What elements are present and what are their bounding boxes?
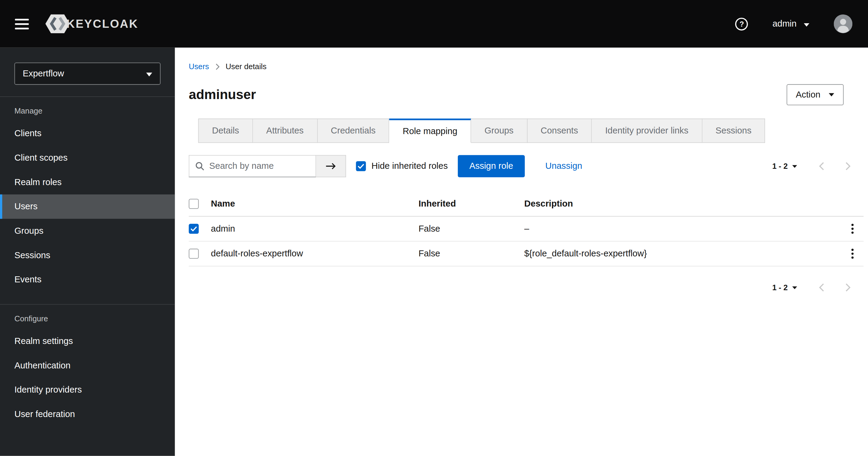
tab-sessions[interactable]: Sessions: [702, 119, 765, 143]
pagination-range-label: 1 - 2: [772, 162, 788, 171]
action-dropdown-button[interactable]: Action: [786, 84, 844, 105]
breadcrumb: Users User details: [175, 48, 868, 71]
page-title: adminuser: [189, 87, 256, 103]
main-content: Users User details adminuser Action Deta…: [175, 48, 868, 456]
search-group: [189, 155, 346, 177]
app-root: KEYCLOAK ? admin Expertflow: [0, 0, 868, 456]
tab-credentials[interactable]: Credentials: [317, 119, 389, 143]
caret-down-icon: [792, 165, 797, 168]
masthead: KEYCLOAK ? admin: [0, 0, 868, 48]
keycloak-logo: KEYCLOAK: [45, 14, 138, 34]
nav-section-configure: Configure Realm settings Authentication …: [0, 304, 175, 426]
hide-inherited-roles-checkbox[interactable]: [356, 161, 366, 171]
search-submit-button[interactable]: [316, 155, 346, 177]
role-inherited-cell: False: [418, 224, 524, 234]
tab-consents[interactable]: Consents: [527, 119, 592, 143]
sidebar-item-clients[interactable]: Clients: [0, 121, 175, 146]
pagination-range-toggle[interactable]: 1 - 2: [772, 283, 797, 292]
role-mapping-table: Name Inherited Description admin False –: [189, 192, 864, 267]
caret-down-icon: [804, 19, 809, 29]
avatar[interactable]: [834, 15, 852, 33]
breadcrumb-separator-icon: [215, 63, 220, 70]
sidebar-item-authentication[interactable]: Authentication: [0, 353, 175, 378]
help-icon[interactable]: ?: [736, 18, 748, 30]
pagination-bottom: 1 - 2: [772, 276, 861, 298]
search-input-wrap: [189, 155, 316, 177]
username-label: admin: [772, 19, 797, 29]
caret-down-icon: [829, 93, 834, 96]
sidebar-item-identity-providers[interactable]: Identity providers: [0, 378, 175, 402]
row-checkbox[interactable]: [189, 249, 198, 259]
table-row: default-roles-expertflow False ${role_de…: [189, 241, 864, 267]
caret-down-icon: [146, 68, 152, 79]
sidebar-item-realm-roles[interactable]: Realm roles: [0, 170, 175, 195]
tab-groups[interactable]: Groups: [471, 119, 527, 143]
role-description-cell: –: [524, 224, 841, 234]
sidebar: Expertflow Manage Clients Client scopes …: [0, 48, 175, 456]
prev-page-icon[interactable]: [808, 155, 835, 177]
sidebar-item-user-federation[interactable]: User federation: [0, 402, 175, 427]
sidebar-item-realm-settings[interactable]: Realm settings: [0, 329, 175, 353]
next-page-icon[interactable]: [835, 276, 861, 298]
role-name-cell: default-roles-expertflow: [211, 249, 418, 259]
row-checkbox[interactable]: [189, 224, 198, 234]
sidebar-item-client-scopes[interactable]: Client scopes: [0, 146, 175, 170]
nav-section-manage: Manage Clients Client scopes Realm roles…: [0, 97, 175, 292]
sidebar-item-sessions[interactable]: Sessions: [0, 243, 175, 267]
table-header-row: Name Inherited Description: [189, 192, 864, 217]
caret-down-icon: [792, 286, 797, 289]
column-header-description: Description: [524, 199, 841, 209]
tab-details[interactable]: Details: [198, 119, 253, 143]
pagination-range-toggle[interactable]: 1 - 2: [772, 162, 797, 171]
column-header-name: Name: [211, 199, 418, 209]
role-inherited-cell: False: [418, 249, 524, 259]
role-description-cell: ${role_default-roles-expertflow}: [524, 249, 841, 259]
breadcrumb-current: User details: [226, 62, 267, 71]
prev-page-icon[interactable]: [808, 276, 835, 298]
sidebar-item-groups[interactable]: Groups: [0, 219, 175, 244]
action-button-label: Action: [796, 90, 820, 99]
role-name-cell: admin: [211, 224, 418, 234]
sidebar-item-users[interactable]: Users: [0, 195, 175, 219]
kebab-menu-icon[interactable]: [841, 241, 864, 266]
tab-identity-provider-links[interactable]: Identity provider links: [592, 119, 702, 143]
unassign-link[interactable]: Unassign: [546, 161, 582, 171]
role-mapping-toolbar: Hide inherited roles Assign role Unassig…: [189, 155, 861, 177]
search-input[interactable]: [209, 161, 309, 171]
hamburger-menu-icon[interactable]: [0, 19, 45, 29]
keycloak-logo-icon: [45, 14, 70, 34]
search-icon: [195, 162, 204, 171]
tabs: Details Attributes Credentials Role mapp…: [198, 119, 868, 143]
hide-inherited-roles-group: Hide inherited roles: [356, 161, 447, 171]
hide-inherited-roles-label: Hide inherited roles: [372, 161, 448, 171]
kebab-menu-icon[interactable]: [841, 217, 864, 241]
realm-selector[interactable]: Expertflow: [14, 62, 161, 85]
nav-section-label: Configure: [0, 305, 175, 329]
tab-attributes[interactable]: Attributes: [253, 119, 317, 143]
user-menu[interactable]: admin: [772, 19, 809, 29]
select-all-checkbox[interactable]: [189, 199, 198, 209]
assign-role-button[interactable]: Assign role: [458, 155, 525, 177]
nav-section-label: Manage: [0, 97, 175, 121]
column-header-inherited: Inherited: [418, 199, 524, 209]
tab-role-mapping[interactable]: Role mapping: [389, 119, 471, 143]
pagination-range-label: 1 - 2: [772, 283, 788, 292]
next-page-icon[interactable]: [835, 155, 861, 177]
sidebar-item-events[interactable]: Events: [0, 267, 175, 292]
brand-text: KEYCLOAK: [66, 17, 138, 30]
table-row: admin False –: [189, 217, 864, 241]
breadcrumb-link-users[interactable]: Users: [189, 62, 209, 71]
pagination-top: 1 - 2: [772, 155, 861, 177]
realm-selector-value: Expertflow: [23, 68, 64, 79]
